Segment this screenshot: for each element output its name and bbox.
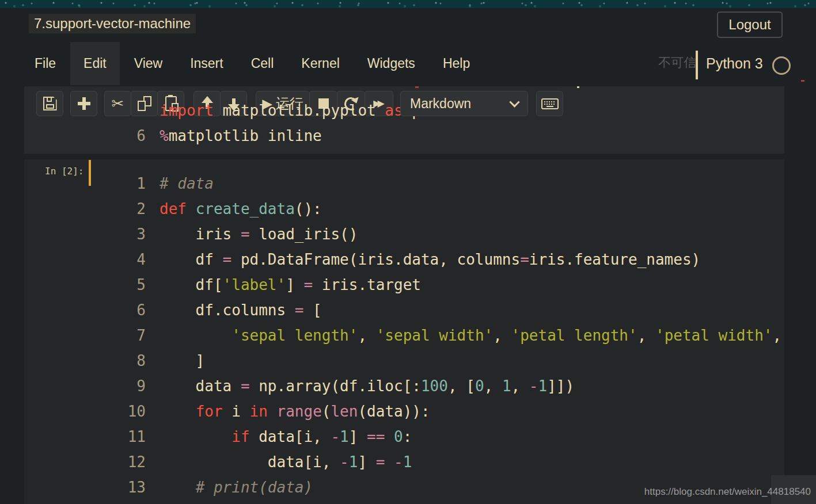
menu-item-help[interactable]: Help xyxy=(443,56,470,71)
code-line: 12 data[i, -1] = -1 xyxy=(93,449,781,475)
code-line: 1# data xyxy=(93,171,781,196)
menu-item-kernel[interactable]: Kernel xyxy=(301,56,339,71)
code-line: 2def create_data(): xyxy=(93,196,781,222)
notebook-title[interactable]: 7.support-vector-machine xyxy=(29,14,196,33)
code-line: 9 data = np.array(df.iloc[:100, [0, 1, -… xyxy=(93,373,781,399)
line-number: 5 xyxy=(93,272,160,297)
code-line: 6 df.columns = [ xyxy=(93,297,781,323)
kernel-status-icon xyxy=(772,56,791,75)
line-number: 7 xyxy=(93,323,160,348)
code-line: 8 ] xyxy=(93,348,781,373)
line-number: 6 xyxy=(93,297,160,323)
render-artifact xyxy=(415,86,419,88)
menu-item-insert[interactable]: Insert xyxy=(190,56,223,71)
line-number: 9 xyxy=(93,373,160,399)
code-line: 3 iris = load_iris() xyxy=(93,222,781,247)
code-line: 11 if data[i, -1] == 0: xyxy=(93,424,781,449)
save-button[interactable] xyxy=(36,91,63,116)
render-artifact xyxy=(577,86,579,88)
text-cursor xyxy=(89,160,91,186)
code-line: 10 for i in range(len(data)): xyxy=(93,399,781,424)
code-cell-selected[interactable]: In [2]: 1# data2def create_data():3 iris… xyxy=(24,159,784,504)
jupyter-notebook-window: 7.support-vector-machine Logout FileEdit… xyxy=(0,0,816,504)
logout-button[interactable]: Logout xyxy=(717,12,783,38)
code-line: import matplotlib.pyplot as plt xyxy=(93,98,439,123)
line-number: 8 xyxy=(93,348,160,373)
code-line: 6%matplotlib inline xyxy=(93,123,439,148)
input-prompt: In [2]: xyxy=(45,166,84,177)
code-area-selected[interactable]: 1# data2def create_data():3 iris = load_… xyxy=(93,171,781,500)
cell-type-dropdown[interactable]: Markdown xyxy=(400,91,528,116)
kernel-name: Python 3 xyxy=(706,55,763,72)
keyboard-icon xyxy=(541,98,559,109)
code-line: 5 df['label'] = iris.target xyxy=(93,272,781,297)
line-number: 4 xyxy=(93,247,160,272)
menu-item-cell[interactable]: Cell xyxy=(251,56,274,71)
render-artifact xyxy=(801,80,804,82)
save-icon xyxy=(43,97,57,110)
menu-item-file[interactable]: File xyxy=(35,56,56,71)
line-number: 1 xyxy=(93,171,160,196)
line-number: 2 xyxy=(93,196,160,222)
line-number: 11 xyxy=(93,424,160,449)
line-number: 6 xyxy=(93,123,160,148)
kernel-trust-status: 不可信 xyxy=(658,54,696,71)
menu-item-widgets[interactable]: Widgets xyxy=(367,56,415,71)
chevron-down-icon xyxy=(509,97,519,107)
line-number: 13 xyxy=(93,475,160,500)
keyboard-shortcuts-button[interactable] xyxy=(536,91,563,116)
cell-type-value: Markdown xyxy=(410,96,471,112)
line-number xyxy=(93,98,160,123)
menu-bar: FileEditViewInsertCellKernelWidgetsHelp xyxy=(35,42,470,85)
code-line: 7 'sepal length', 'sepal width', 'petal … xyxy=(93,323,781,348)
menu-item-edit[interactable]: Edit xyxy=(70,42,120,85)
code-line: 4 df = pd.DataFrame(iris.data, columns=i… xyxy=(93,247,781,272)
desktop-wallpaper-strip xyxy=(0,0,816,8)
line-number: 12 xyxy=(93,449,160,475)
kernel-separator xyxy=(696,51,698,79)
line-number: 3 xyxy=(93,222,160,247)
menu-item-view[interactable]: View xyxy=(134,56,162,71)
line-number: 10 xyxy=(93,399,160,424)
plus-icon xyxy=(78,97,90,110)
code-area-top[interactable]: import matplotlib.pyplot as plt6%matplot… xyxy=(93,98,439,148)
watermark-url: https://blog.csdn.net/weixin_44818540 xyxy=(644,486,811,498)
